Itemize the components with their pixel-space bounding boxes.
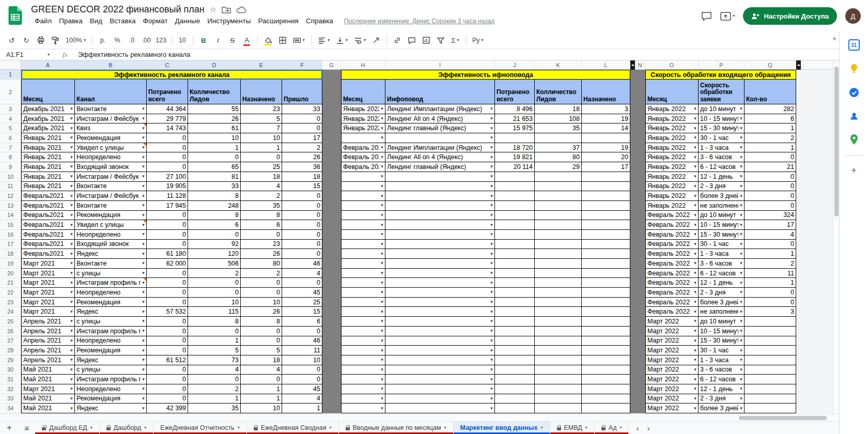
cell-D34[interactable]: 35 (188, 404, 241, 413)
cell-I26[interactable]: ▾ (385, 327, 495, 336)
cell-C6[interactable]: 0 (147, 133, 188, 143)
cell-L4[interactable]: 19 (582, 114, 630, 124)
dropdown-icon[interactable]: ▾ (738, 126, 744, 131)
dropdown-icon[interactable]: ▾ (738, 164, 744, 169)
cell-L21[interactable] (582, 278, 630, 288)
cell-N25[interactable] (635, 317, 645, 327)
cell-L16[interactable] (582, 230, 630, 240)
cell-N9[interactable] (635, 162, 645, 172)
cell-J11[interactable] (495, 182, 535, 192)
cell-N10[interactable] (635, 172, 645, 182)
cell-O13[interactable]: Январь 2022▾ (645, 201, 699, 211)
cell-K19[interactable] (535, 259, 582, 269)
cell-A33[interactable]: Май 2021▾ (21, 394, 75, 404)
cell-I9[interactable]: Лендинг главный (Яндекс)▾ (385, 162, 495, 172)
dropdown-icon[interactable]: ▾ (69, 271, 74, 275)
cell-K20[interactable] (535, 269, 582, 278)
dropdown-icon[interactable]: ▾ (141, 406, 146, 411)
dropdown-icon[interactable]: ▾ (738, 174, 744, 179)
dropdown-icon[interactable]: ▾ (692, 261, 698, 266)
cell-A26[interactable]: Апрель 2021▾ (21, 327, 75, 336)
cell-C18[interactable]: 61 180 (147, 249, 188, 259)
dropdown-icon[interactable]: ▾ (379, 358, 385, 362)
cell-F33[interactable]: 4 (282, 394, 322, 404)
column-header-O[interactable]: O (645, 60, 699, 70)
cell-O19[interactable]: Февраль 2022▾ (645, 259, 699, 269)
cell-Q31[interactable] (745, 375, 796, 384)
dropdown-icon[interactable]: ▾ (738, 203, 744, 208)
dropdown-icon[interactable]: ▾ (489, 232, 494, 237)
menu-item[interactable]: Расширения (254, 16, 302, 26)
cell-M6[interactable] (630, 133, 635, 143)
row-header-1[interactable]: 1 (0, 70, 21, 80)
cell-A20[interactable]: Март 2021▾ (21, 269, 75, 278)
dropdown-icon[interactable]: ▾ (69, 252, 74, 256)
dropdown-icon[interactable]: ▾ (141, 116, 146, 121)
cell-J24[interactable] (495, 307, 535, 317)
cell-K21[interactable] (535, 278, 582, 288)
cell-H7[interactable]: Февраль 2022▾ (341, 143, 385, 153)
dropdown-icon[interactable]: ▾ (738, 300, 744, 304)
dropdown-icon[interactable]: ▾ (692, 367, 698, 372)
cell-H33[interactable]: ▾ (341, 394, 385, 404)
chevron-down-icon[interactable]: ▾ (90, 426, 92, 430)
cell-J20[interactable] (495, 269, 535, 278)
dropdown-icon[interactable]: ▾ (141, 271, 146, 275)
dropdown-icon[interactable]: ▾ (738, 329, 744, 333)
font-size-select[interactable]: 10 (176, 34, 189, 47)
cell-A17[interactable]: Февраль2021▾ (21, 240, 75, 250)
cell-C34[interactable]: 42 399 (147, 404, 188, 413)
cell-K2[interactable]: Колличество Лидов (535, 80, 582, 104)
cell-N19[interactable] (635, 259, 645, 269)
dropdown-icon[interactable]: ▾ (738, 194, 744, 198)
chevron-down-icon[interactable]: ▾ (238, 426, 240, 430)
dropdown-icon[interactable]: ▾ (69, 184, 74, 189)
cell-M23[interactable] (630, 298, 635, 307)
column-header-K[interactable]: K (535, 60, 582, 70)
column-header-L[interactable]: L (582, 60, 630, 70)
dropdown-icon[interactable]: ▾ (69, 164, 74, 169)
cell-L14[interactable] (582, 211, 630, 221)
dropdown-icon[interactable]: ▾ (379, 348, 385, 353)
cell-D17[interactable]: 92 (188, 240, 241, 250)
dropdown-icon[interactable]: ▾ (69, 377, 74, 382)
cell-M2[interactable] (630, 80, 635, 104)
cell-F6[interactable]: 17 (282, 133, 322, 143)
cell-G7[interactable] (322, 143, 341, 153)
cell-N30[interactable] (635, 365, 645, 375)
cell-L11[interactable] (582, 182, 630, 192)
cell-P23[interactable]: более 3 дней▾ (699, 298, 745, 307)
sheet-tab[interactable]: ЕжеДневная Сводная▾ (247, 422, 339, 434)
star-icon[interactable]: ☆ (210, 5, 216, 14)
cell-Q8[interactable]: 0 (745, 152, 796, 162)
cell-H28[interactable]: ▾ (341, 346, 385, 355)
cell-C15[interactable]: 0 (147, 220, 188, 230)
dropdown-icon[interactable]: ▾ (738, 290, 744, 295)
cell-E15[interactable]: 6 (241, 220, 282, 230)
cell-J16[interactable] (495, 230, 535, 240)
functions-button[interactable]: Σ▾ (448, 34, 462, 47)
dropdown-icon[interactable]: ▾ (489, 348, 494, 353)
cell-B28[interactable]: Рекомендация▾ (75, 346, 147, 355)
chevron-down-icon[interactable]: ▾ (329, 426, 331, 430)
dropdown-icon[interactable]: ▾ (141, 232, 146, 237)
cell-G3[interactable] (322, 104, 341, 114)
cell-F2[interactable]: Пришло (282, 80, 322, 104)
column-header-A[interactable]: A (21, 60, 75, 70)
dropdown-icon[interactable]: ▾ (141, 242, 146, 246)
cell-K8[interactable]: 80 (535, 152, 582, 162)
dropdown-icon[interactable]: ▾ (379, 309, 385, 314)
cell-D16[interactable]: 0 (188, 230, 241, 240)
dropdown-icon[interactable]: ▾ (692, 106, 698, 111)
cell-B29[interactable]: Яндекс▾ (75, 355, 147, 365)
cell-K34[interactable] (535, 404, 582, 413)
cell-O30[interactable]: Март 2022▾ (645, 365, 699, 375)
dropdown-icon[interactable]: ▾ (379, 184, 385, 189)
cell-F34[interactable]: 1 (282, 404, 322, 413)
row-header-12[interactable]: 12 (0, 191, 21, 201)
cell-A34[interactable]: Май 2021▾ (21, 404, 75, 413)
dropdown-icon[interactable]: ▾ (738, 319, 744, 323)
cell-N33[interactable] (635, 394, 645, 404)
dropdown-icon[interactable]: ▾ (738, 135, 744, 140)
cell-B14[interactable]: Рекомендация▾ (75, 211, 147, 221)
